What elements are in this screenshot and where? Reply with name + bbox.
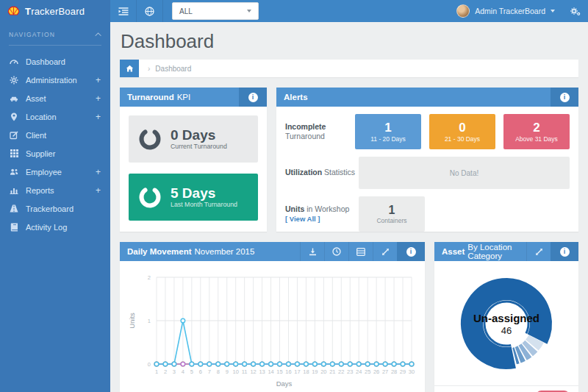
svg-text:7: 7 <box>208 368 211 375</box>
svg-text:4: 4 <box>182 368 184 375</box>
svg-text:29: 29 <box>400 368 406 375</box>
outdent-icon <box>118 7 129 15</box>
gear-icon <box>10 76 18 85</box>
sidebar-nav: Dashboard Administration+ Asset+ Locatio… <box>0 52 110 236</box>
settings-button[interactable] <box>570 7 581 16</box>
info-button[interactable] <box>239 88 267 107</box>
info-icon <box>248 93 258 102</box>
svg-text:23: 23 <box>347 368 353 375</box>
sidebar-item-client[interactable]: Client <box>0 126 110 144</box>
svg-text:18: 18 <box>303 368 309 375</box>
no-data-box: No Data! <box>359 157 570 189</box>
units-in-workshop-row: Units in Workshop [ View All ] 1 Contain… <box>285 196 570 232</box>
table-view-button[interactable] <box>348 242 373 261</box>
daily-movement-chart: 0121234567891011121314151617181920212223… <box>127 267 417 391</box>
top-navbar: ALL Admin TrackerBoard <box>110 0 588 22</box>
sidebar-toggle-button[interactable] <box>110 0 137 22</box>
breadcrumb-item[interactable]: Dashboard <box>155 65 191 73</box>
asset-panel-header: Asset By Location Category <box>434 242 578 261</box>
info-button[interactable] <box>551 242 578 261</box>
sidebar-item-dashboard[interactable]: Dashboard <box>0 52 110 71</box>
svg-text:6: 6 <box>199 368 202 375</box>
svg-text:2: 2 <box>164 368 167 375</box>
svg-text:0: 0 <box>148 361 151 368</box>
table-icon <box>356 248 365 256</box>
svg-text:1: 1 <box>155 368 158 375</box>
svg-text:20: 20 <box>320 368 326 375</box>
pencil-square-icon <box>10 131 18 140</box>
expand-button[interactable] <box>526 242 551 261</box>
road-icon <box>10 204 18 213</box>
sidebar-item-asset[interactable]: Asset+ <box>0 89 110 107</box>
sidebar-item-location[interactable]: Location+ <box>0 107 110 126</box>
containers-stat-box[interactable]: 1 Containers <box>359 196 425 232</box>
alert-box-11-20[interactable]: 1 11 - 20 Days <box>355 114 421 149</box>
info-button[interactable] <box>551 88 578 107</box>
svg-text:1: 1 <box>148 318 151 324</box>
shell-logo-icon <box>7 6 20 17</box>
download-icon <box>309 248 317 256</box>
export-button[interactable] <box>300 242 324 261</box>
svg-text:27: 27 <box>382 368 388 375</box>
brand-logo-row[interactable]: TrackerBoard <box>0 0 110 22</box>
breadcrumb-separator: › <box>148 65 150 73</box>
sidebar-item-supplier[interactable]: Supplier <box>0 144 110 163</box>
clock-icon <box>332 247 341 256</box>
grid-icon <box>10 149 18 157</box>
globe-icon <box>145 7 154 16</box>
svg-text:25: 25 <box>365 368 370 375</box>
nav-section-label: NAVIGATION <box>9 31 55 38</box>
filter-select[interactable]: ALL <box>172 2 259 20</box>
svg-text:30: 30 <box>409 368 415 375</box>
expand-icon <box>381 248 390 256</box>
daily-movement-panel: Daily Movement November 2015 01212345678… <box>120 242 425 392</box>
tachometer-icon <box>10 57 18 66</box>
svg-text:19: 19 <box>312 368 318 375</box>
svg-text:26: 26 <box>373 368 379 375</box>
page-title: Dashboard <box>121 30 578 53</box>
brand-name: TrackerBoard <box>25 6 85 17</box>
chevron-down-icon <box>551 10 555 13</box>
home-icon <box>126 65 134 72</box>
user-menu[interactable]: Admin TrackerBoard <box>475 7 545 15</box>
time-range-button[interactable] <box>324 242 348 261</box>
svg-text:Days: Days <box>276 379 293 388</box>
turnaround-panel-header: Turnaround KPI <box>120 88 267 107</box>
view-all-link[interactable]: [ View All ] <box>285 215 320 223</box>
user-avatar[interactable] <box>456 4 470 18</box>
expand-button[interactable] <box>373 242 397 261</box>
svg-text:5: 5 <box>190 368 193 375</box>
main-content: Dashboard › Dashboard Turnaround KPI <box>110 22 588 392</box>
home-button[interactable] <box>120 60 139 77</box>
current-turnaround-stat: 0 Days Current Turnaround <box>129 115 258 163</box>
turnaround-kpi-panel: Turnaround KPI 0 Days Current Turnaround <box>120 88 267 232</box>
info-button[interactable] <box>397 242 425 261</box>
alerts-panel: Alerts IncompleteTurnaround 1 11 - 20 Da… <box>276 88 578 232</box>
nav-section-header[interactable]: NAVIGATION <box>9 31 101 46</box>
svg-text:2: 2 <box>148 274 151 281</box>
list-view-toggle[interactable]: List View <box>434 385 578 392</box>
sidebar: TrackerBoard NAVIGATION Dashboard Admini… <box>0 0 110 392</box>
alert-box-above-31[interactable]: 2 Above 31 Days <box>503 114 570 149</box>
sidebar-item-administration[interactable]: Administration+ <box>0 71 110 89</box>
utilization-row: Utilization Statistics No Data! <box>285 157 570 189</box>
sidebar-item-employee[interactable]: Employee+ <box>0 163 110 181</box>
svg-text:17: 17 <box>294 368 300 375</box>
expand-icon <box>535 248 543 256</box>
trackerboard-app: TrackerBoard NAVIGATION Dashboard Admini… <box>0 0 588 392</box>
book-icon <box>10 223 18 232</box>
sidebar-item-trackerboard[interactable]: Trackerboard <box>0 199 110 218</box>
asset-donut-chart[interactable]: Un-assigned 46 <box>449 266 564 381</box>
svg-text:13: 13 <box>259 368 265 375</box>
alert-box-21-30[interactable]: 0 21 - 30 Days <box>429 114 495 149</box>
sidebar-item-activity-log[interactable]: Activity Log <box>0 218 110 236</box>
svg-text:11: 11 <box>242 368 248 375</box>
breadcrumb: › Dashboard <box>120 60 578 77</box>
sidebar-item-reports[interactable]: Reports+ <box>0 181 110 199</box>
globe-button[interactable] <box>137 0 163 22</box>
svg-text:16: 16 <box>285 368 291 375</box>
info-icon <box>406 247 416 257</box>
info-icon <box>560 93 570 102</box>
svg-text:15: 15 <box>276 368 282 375</box>
svg-text:24: 24 <box>356 368 362 375</box>
